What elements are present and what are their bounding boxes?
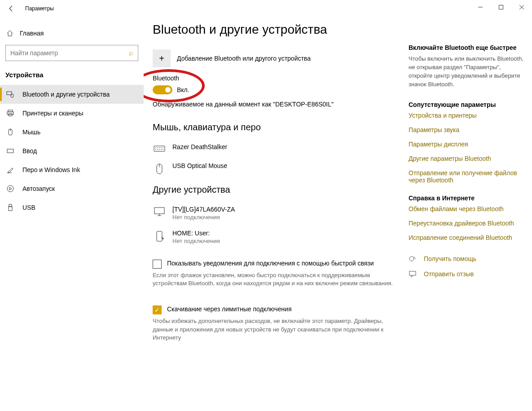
mouse-icon — [155, 163, 164, 175]
svg-rect-23 — [154, 208, 164, 214]
device-name: HOME: User: — [172, 230, 220, 237]
sidebar-item-label: USB — [22, 204, 35, 211]
usb-icon — [6, 203, 14, 212]
window-title: Параметры — [25, 5, 54, 12]
svg-rect-17 — [9, 207, 12, 211]
autoplay-icon — [6, 185, 14, 193]
home-label: Главная — [20, 30, 44, 37]
add-device-label: Добавление Bluetooth или другого устройс… — [177, 55, 311, 62]
close-button[interactable] — [511, 0, 532, 14]
section-other-heading: Другие устройства — [153, 185, 404, 195]
sidebar-section-title: Устройства — [0, 68, 144, 85]
link-more-bluetooth[interactable]: Другие параметры Bluetooth — [409, 155, 525, 162]
device-name: Razer DeathStalker — [172, 143, 227, 150]
home-icon — [6, 30, 13, 37]
keyboard-icon — [6, 147, 14, 155]
svg-rect-1 — [499, 5, 503, 9]
main-content: Bluetooth и другие устройства + Добавлен… — [153, 22, 404, 411]
device-row[interactable]: HOME: User: Нет подключения — [153, 225, 404, 249]
search-icon: ⌕ — [129, 49, 133, 57]
link-sound[interactable]: Параметры звука — [409, 126, 525, 133]
svg-rect-6 — [8, 110, 13, 112]
related-title: Сопутствующие параметры — [409, 101, 525, 108]
close-icon — [519, 5, 524, 9]
device-row[interactable]: [TV][LG]47LA660V-ZA Нет подключения — [153, 201, 404, 225]
sidebar-item-printers[interactable]: Принтеры и сканеры — [0, 104, 144, 123]
search-input[interactable] — [10, 49, 129, 57]
notify-checkbox-label: Показывать уведомления для подключения с… — [167, 260, 374, 267]
sidebar-item-mouse[interactable]: Мышь — [0, 123, 144, 141]
link-share-files[interactable]: Обмен файлами через Bluetooth — [409, 205, 525, 212]
svg-rect-26 — [157, 231, 162, 241]
keyboard-icon — [154, 144, 165, 153]
window-controls — [470, 0, 532, 14]
plus-icon: + — [153, 49, 171, 67]
link-devices-printers[interactable]: Устройства и принтеры — [409, 112, 525, 119]
device-name: USB Optical Mouse — [172, 162, 227, 169]
section-input-heading: Мышь, клавиатура и перо — [153, 122, 404, 133]
feedback-icon — [409, 270, 417, 278]
help-icon — [409, 255, 417, 263]
sidebar-item-label: Ввод — [22, 147, 37, 155]
add-device-button[interactable]: + Добавление Bluetooth или другого устро… — [153, 49, 404, 67]
link-display[interactable]: Параметры дисплея — [409, 141, 525, 148]
link-reinstall-drivers[interactable]: Переустановка драйверов Bluetooth — [409, 220, 525, 227]
device-row[interactable]: USB Optical Mouse — [153, 158, 404, 179]
home-nav[interactable]: Главная — [0, 27, 144, 40]
bluetooth-label: Bluetooth — [153, 75, 189, 82]
maximize-button[interactable] — [491, 0, 511, 14]
device-name: [TV][LG]47LA660V-ZA — [172, 206, 235, 213]
svg-rect-5 — [11, 94, 13, 97]
svg-rect-16 — [9, 204, 12, 207]
device-status: Нет подключения — [172, 214, 235, 221]
metered-checkbox-label: Скачивание через лимитные подключения — [167, 305, 291, 313]
metered-checkbox[interactable]: ✓ — [153, 305, 162, 314]
pen-icon — [6, 166, 14, 174]
arrow-left-icon — [8, 5, 15, 12]
link-send-receive[interactable]: Отправление или получение файлов через B… — [409, 169, 525, 184]
sidebar-item-usb[interactable]: USB — [0, 198, 144, 217]
sidebar-item-pen[interactable]: Перо и Windows Ink — [0, 160, 144, 179]
toggle-state-label: Вкл. — [177, 86, 189, 93]
svg-point-28 — [409, 256, 414, 261]
printer-icon — [6, 109, 14, 117]
sidebar-item-label: Мышь — [22, 128, 40, 136]
phone-icon — [155, 230, 164, 242]
tip-text: Чтобы включить или выключить Bluetooth, … — [409, 55, 525, 88]
sidebar-item-autoplay[interactable]: Автозапуск — [0, 179, 144, 198]
sidebar-item-label: Принтеры и сканеры — [22, 110, 83, 117]
sidebar-item-bluetooth[interactable]: Bluetooth и другие устройства — [0, 85, 144, 104]
keyboard-mouse-icon — [6, 90, 14, 98]
svg-rect-11 — [7, 149, 13, 153]
sidebar-item-label: Перо и Windows Ink — [22, 166, 80, 173]
svg-rect-29 — [409, 271, 416, 275]
minimize-icon — [478, 5, 483, 9]
svg-rect-7 — [7, 112, 13, 115]
svg-rect-18 — [154, 146, 165, 151]
get-help-label: Получить помощь — [424, 255, 476, 262]
feedback-link[interactable]: Отправить отзыв — [409, 270, 525, 278]
sidebar: Главная ⌕ Устройства Bluetooth и другие … — [0, 17, 144, 411]
help-title: Справка в Интернете — [409, 194, 525, 202]
link-fix-connections[interactable]: Исправление соединений Bluetooth — [409, 234, 525, 241]
metered-description: Чтобы избежать дополнительных расходов, … — [153, 317, 404, 342]
device-status: Нет подключения — [172, 238, 220, 244]
notify-checkbox[interactable] — [153, 260, 162, 269]
feedback-label: Отправить отзыв — [424, 270, 474, 278]
notify-description: Если этот флажок установлен, можно быстр… — [153, 271, 404, 287]
page-title: Bluetooth и другие устройства — [153, 22, 404, 37]
bluetooth-toggle[interactable] — [153, 85, 172, 94]
minimize-button[interactable] — [470, 0, 491, 14]
sidebar-item-label: Автозапуск — [22, 185, 55, 192]
mouse-icon — [6, 128, 14, 136]
sidebar-item-label: Bluetooth и другие устройства — [22, 91, 110, 98]
device-row[interactable]: Razer DeathStalker — [153, 139, 404, 158]
search-box[interactable]: ⌕ — [5, 45, 138, 61]
back-button[interactable] — [4, 2, 18, 15]
svg-point-15 — [7, 186, 13, 192]
get-help-link[interactable]: Получить помощь — [409, 255, 525, 263]
title-bar: Параметры — [0, 0, 532, 17]
maximize-icon — [499, 5, 503, 9]
sidebar-item-typing[interactable]: Ввод — [0, 141, 144, 160]
discoverable-text: Обнаруживаемое на данный момент как "DES… — [153, 101, 404, 108]
